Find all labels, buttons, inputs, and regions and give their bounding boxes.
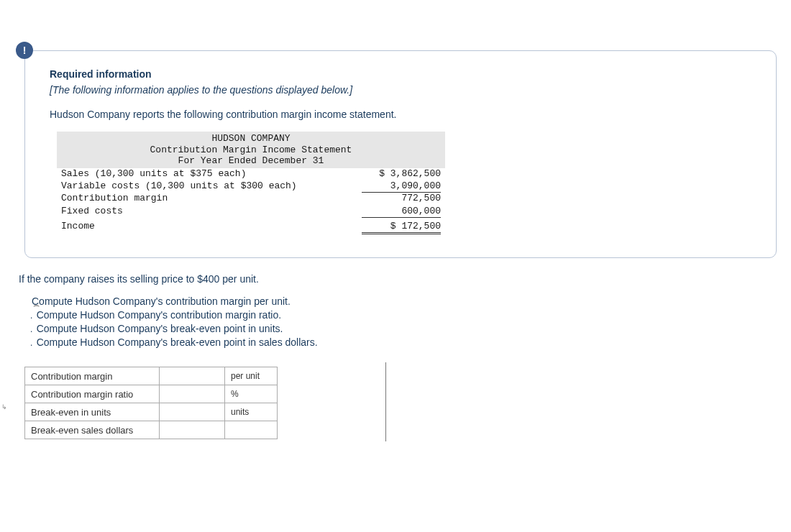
statement-period: For Year Ended December 31 (57, 155, 445, 167)
fixed-amount: 600,000 (362, 206, 441, 218)
question-item-1: Compute Hudson Company's contribution ma… (40, 295, 767, 308)
answer-input-besd-cell (160, 421, 225, 439)
row-varcost: Variable costs (10,300 units at $300 eac… (57, 180, 445, 193)
row-fixed: Fixed costs 600,000 (57, 206, 445, 218)
answer-area: Contribution margin per unit Contributio… (24, 367, 386, 441)
answer-unit-besd (225, 421, 278, 439)
answer-input-cm-cell (160, 367, 225, 385)
cursor-mark: ↳ (1, 403, 7, 411)
vertical-divider (385, 362, 386, 441)
question-item-4: Compute Hudson Company's break-even poin… (40, 336, 767, 349)
answer-table: Contribution margin per unit Contributio… (24, 367, 278, 439)
question-lead: If the company raises its selling price … (19, 273, 767, 285)
question-list: Compute Hudson Company's contribution ma… (40, 295, 767, 349)
answer-input-cm[interactable] (160, 367, 224, 385)
varcost-amount: 3,090,000 (362, 180, 441, 193)
answer-input-beu[interactable] (160, 403, 224, 421)
cm-label: Contribution margin (61, 193, 362, 205)
lead-text: Hudson Company reports the following con… (50, 109, 756, 120)
row-sales: Sales (10,300 units at $375 each) $ 3,86… (57, 168, 445, 180)
answer-row-besd: Break-even sales dollars (25, 421, 278, 439)
answer-input-beu-cell (160, 403, 225, 421)
income-statement: HUDSON COMPANY Contribution Margin Incom… (57, 132, 445, 234)
fixed-label: Fixed costs (61, 206, 362, 218)
answer-input-cmratio[interactable] (160, 385, 224, 403)
answer-unit-beu: units (225, 403, 278, 421)
answer-unit-cm: per unit (225, 367, 278, 385)
answer-label-cm: Contribution margin (25, 367, 160, 385)
answer-row-cm: Contribution margin per unit (25, 367, 278, 385)
cm-amount: 772,500 (362, 193, 441, 205)
answer-label-cmratio: Contribution margin ratio (25, 385, 160, 403)
varcost-label: Variable costs (10,300 units at $300 eac… (61, 180, 362, 193)
row-income: Income $ 172,500 (57, 221, 445, 234)
info-icon-glyph: ! (23, 45, 27, 56)
sales-label: Sales (10,300 units at $375 each) (61, 168, 362, 180)
required-title: Required information (50, 68, 756, 80)
sales-amount: $ 3,862,500 (362, 168, 441, 180)
info-icon: ! (16, 42, 33, 59)
statement-company: HUDSON COMPANY (57, 133, 445, 145)
answer-row-cmratio: Contribution margin ratio % (25, 385, 278, 403)
question-item-2: Compute Hudson Company's contribution ma… (40, 308, 767, 322)
statement-header: HUDSON COMPANY Contribution Margin Incom… (57, 132, 445, 168)
income-amount: $ 172,500 (362, 221, 441, 234)
question-block: If the company raises its selling price … (19, 273, 767, 349)
answer-label-besd: Break-even sales dollars (25, 421, 160, 439)
question-item-3: Compute Hudson Company's break-even poin… (40, 322, 767, 336)
info-card: Required information [The following info… (24, 50, 777, 258)
row-cm: Contribution margin 772,500 (57, 193, 445, 205)
answer-unit-cmratio: % (225, 385, 278, 403)
income-label: Income (61, 221, 362, 234)
answer-input-cmratio-cell (160, 385, 225, 403)
applies-note: [The following information applies to th… (50, 84, 756, 96)
answer-label-beu: Break-even in units (25, 403, 160, 421)
statement-title: Contribution Margin Income Statement (57, 145, 445, 156)
answer-row-beu: Break-even in units units (25, 403, 278, 421)
answer-input-besd[interactable] (160, 421, 224, 439)
